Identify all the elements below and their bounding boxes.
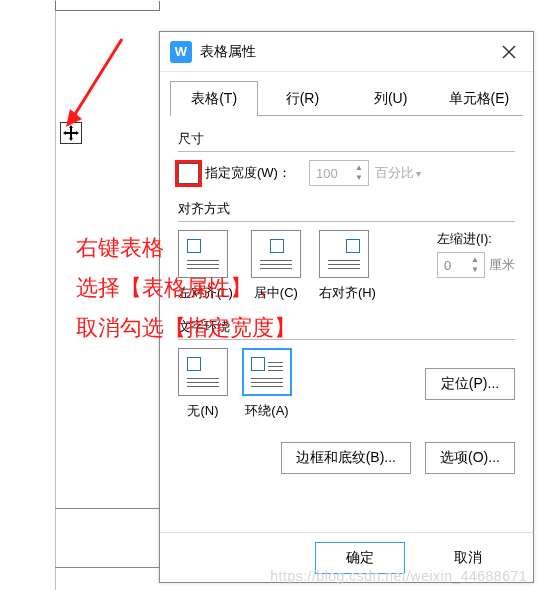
width-input[interactable]: 100 ▲▼ xyxy=(309,160,369,186)
tab-column[interactable]: 列(U) xyxy=(347,81,435,116)
indent-value: 0 xyxy=(444,258,468,273)
divider xyxy=(178,339,515,340)
close-icon xyxy=(502,45,516,59)
wrap-none-label: 无(N) xyxy=(178,402,228,420)
indent-input[interactable]: 0 ▲▼ xyxy=(437,252,485,278)
table-move-handle[interactable] xyxy=(60,122,82,144)
align-center-option: 居中(C) xyxy=(251,230,301,302)
divider xyxy=(178,221,515,222)
wrap-none-button[interactable] xyxy=(178,348,228,396)
tabs: 表格(T) 行(R) 列(U) 单元格(E) xyxy=(170,80,523,116)
wrap-around-button[interactable] xyxy=(242,348,292,396)
indent-box: 左缩进(I): 0 ▲▼ 厘米 xyxy=(437,230,515,278)
size-row: 指定宽度(W)： 100 ▲▼ 百分比▾ xyxy=(178,160,515,186)
align-row: 左对齐(L) 居中(C) 右对齐(H) xyxy=(178,230,515,302)
watermark: https://blog.csdn.net/weixin_44688671 xyxy=(270,568,527,584)
align-center-label: 居中(C) xyxy=(251,284,301,302)
group-wrap: 文字环绕 xyxy=(178,318,515,336)
align-right-option: 右对齐(H) xyxy=(319,230,376,302)
titlebar: W 表格属性 xyxy=(160,32,533,72)
align-left-option: 左对齐(L) xyxy=(178,230,233,302)
bg-line xyxy=(55,508,160,509)
divider xyxy=(178,151,515,152)
move-icon xyxy=(63,125,79,141)
border-shading-button[interactable]: 边框和底纹(B)... xyxy=(281,442,411,474)
align-left-label: 左对齐(L) xyxy=(178,284,233,302)
indent-spinner[interactable]: ▲▼ xyxy=(468,255,482,275)
tab-cell[interactable]: 单元格(E) xyxy=(435,81,523,116)
specify-width-label: 指定宽度(W)： xyxy=(205,164,291,182)
indent-unit: 厘米 xyxy=(489,256,515,274)
align-center-button[interactable] xyxy=(251,230,301,278)
width-unit-select[interactable]: 百分比▾ xyxy=(375,164,421,182)
width-value: 100 xyxy=(316,166,352,181)
wrap-around-option: 环绕(A) xyxy=(242,348,292,420)
page-fragment xyxy=(55,1,160,11)
wrap-row: 无(N) 环绕(A) 定位(P)... xyxy=(178,348,515,420)
indent-label: 左缩进(I): xyxy=(437,230,515,248)
table-properties-dialog: W 表格属性 表格(T) 行(R) 列(U) 单元格(E) 尺寸 指定宽度(W)… xyxy=(159,31,534,583)
dialog-body: 尺寸 指定宽度(W)： 100 ▲▼ 百分比▾ 对齐方式 xyxy=(160,116,533,532)
align-right-button[interactable] xyxy=(319,230,369,278)
app-icon: W xyxy=(170,41,192,63)
width-spinner[interactable]: ▲▼ xyxy=(352,163,366,183)
page-margin-line xyxy=(55,0,56,590)
options-button[interactable]: 选项(O)... xyxy=(425,442,515,474)
tab-table[interactable]: 表格(T) xyxy=(170,81,258,116)
group-align: 对齐方式 xyxy=(178,200,515,218)
align-right-label: 右对齐(H) xyxy=(319,284,376,302)
bg-line xyxy=(55,567,160,568)
specify-width-checkbox[interactable] xyxy=(178,163,199,184)
bottom-buttons: 边框和底纹(B)... 选项(O)... xyxy=(178,442,515,474)
dialog-title: 表格属性 xyxy=(200,43,491,61)
wrap-none-option: 无(N) xyxy=(178,348,228,420)
close-button[interactable] xyxy=(491,36,527,68)
chevron-down-icon: ▾ xyxy=(416,168,421,179)
align-left-button[interactable] xyxy=(178,230,228,278)
tab-row[interactable]: 行(R) xyxy=(258,81,346,116)
wrap-around-label: 环绕(A) xyxy=(242,402,292,420)
group-size: 尺寸 xyxy=(178,130,515,148)
position-button[interactable]: 定位(P)... xyxy=(425,368,515,400)
